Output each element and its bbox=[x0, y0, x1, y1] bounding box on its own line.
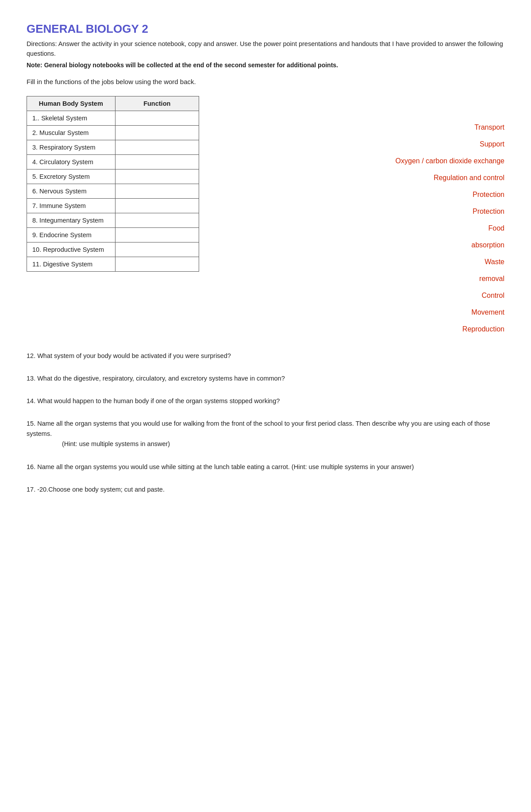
table-row-system-8: 8. Integumentary System bbox=[27, 213, 115, 227]
table-row-function-2 bbox=[115, 125, 199, 140]
word-bank-item-11: Control bbox=[217, 287, 504, 304]
table-row-system-4: 4. Circulatory System bbox=[27, 154, 115, 169]
word-bank-item-7: Food bbox=[217, 220, 504, 237]
table-row-system-5: 5. Excretory System bbox=[27, 169, 115, 184]
word-bank-item-10: removal bbox=[217, 270, 504, 287]
word-bank-item-8: absorption bbox=[217, 237, 504, 254]
word-bank-item-12: Movement bbox=[217, 304, 504, 321]
table-section: Human Body System Function 1.. Skeletal … bbox=[27, 96, 199, 272]
question-12: 12. What system of your body would be ac… bbox=[27, 351, 504, 361]
question-17: 17. -20.Choose one body system; cut and … bbox=[27, 485, 504, 495]
table-row-function-7 bbox=[115, 198, 199, 213]
fill-instruction: Fill in the functions of the jobs below … bbox=[27, 78, 504, 85]
word-bank-item-4: Regulation and control bbox=[217, 169, 504, 186]
table-row-system-11: 11. Digestive System bbox=[27, 257, 115, 271]
table-row-function-4 bbox=[115, 154, 199, 169]
table-row-function-5 bbox=[115, 169, 199, 184]
word-bank-item-9: Waste bbox=[217, 254, 504, 270]
table-row-function-1 bbox=[115, 111, 199, 125]
table-row-function-9 bbox=[115, 227, 199, 242]
table-row-function-3 bbox=[115, 140, 199, 154]
word-bank-item-6: Protection bbox=[217, 203, 504, 220]
question-16: 16. Name all the organ systems you would… bbox=[27, 462, 504, 472]
table-row-system-3: 3. Respiratory System bbox=[27, 140, 115, 154]
col-header-function: Function bbox=[115, 96, 199, 111]
word-bank-item-13: Reproduction bbox=[217, 321, 504, 338]
question-15: 15. Name all the organ systems that you … bbox=[27, 419, 504, 450]
directions-text: Directions: Answer the activity in your … bbox=[27, 39, 504, 59]
table-row-system-10: 10. Reproductive System bbox=[27, 242, 115, 257]
hint-15: (Hint: use multiple systems in answer) bbox=[62, 439, 504, 449]
word-bank-item-5: Protection bbox=[217, 186, 504, 203]
table-row-system-7: 7. Immune System bbox=[27, 198, 115, 213]
table-row-system-6: 6. Nervous System bbox=[27, 184, 115, 198]
table-row-function-11 bbox=[115, 257, 199, 271]
col-header-system: Human Body System bbox=[27, 96, 115, 111]
table-row-system-1: 1.. Skeletal System bbox=[27, 111, 115, 125]
table-row-function-8 bbox=[115, 213, 199, 227]
table-row-function-10 bbox=[115, 242, 199, 257]
body-systems-table: Human Body System Function 1.. Skeletal … bbox=[27, 96, 199, 272]
note-text: Note: General biology notebooks will be … bbox=[27, 61, 504, 70]
table-row-system-2: 2. Muscular System bbox=[27, 125, 115, 140]
table-row-function-6 bbox=[115, 184, 199, 198]
word-bank-item-2: Support bbox=[217, 136, 504, 153]
question-13: 13. What do the digestive, respiratory, … bbox=[27, 373, 504, 384]
word-bank-item-1: Transport bbox=[217, 119, 504, 136]
word-bank-item-3: Oxygen / carbon dioxide exchange bbox=[217, 153, 504, 169]
questions-section: 12. What system of your body would be ac… bbox=[27, 351, 504, 495]
question-14: 14. What would happen to the human body … bbox=[27, 396, 504, 406]
word-bank: TransportSupportOxygen / carbon dioxide … bbox=[217, 96, 504, 338]
table-row-system-9: 9. Endocrine System bbox=[27, 227, 115, 242]
page-title: GENERAL BIOLOGY 2 bbox=[27, 22, 504, 36]
main-content: Human Body System Function 1.. Skeletal … bbox=[27, 96, 504, 338]
